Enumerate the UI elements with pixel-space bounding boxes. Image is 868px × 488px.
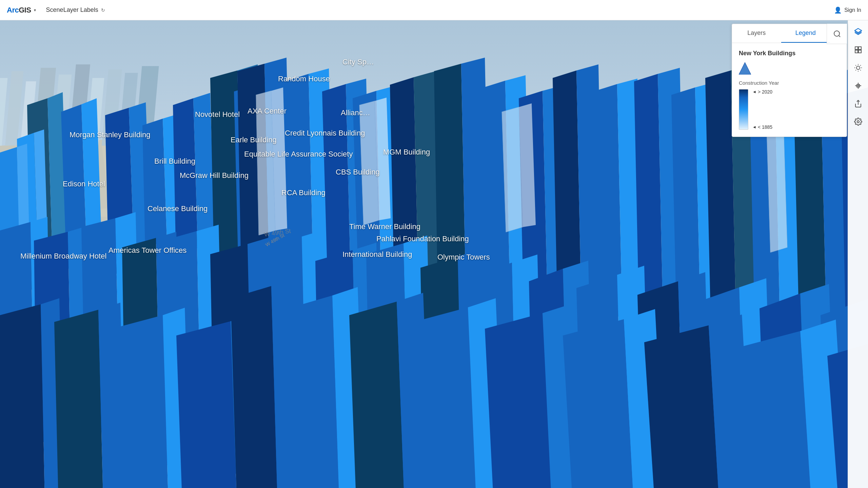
- tab-legend[interactable]: Legend: [781, 24, 830, 43]
- layer-icon: [739, 62, 751, 75]
- svg-marker-133: [349, 302, 404, 488]
- navigation-button[interactable]: [850, 78, 866, 94]
- svg-line-163: [855, 65, 856, 65]
- svg-marker-143: [732, 331, 811, 488]
- construction-year-label: Construction Year: [739, 80, 840, 86]
- svg-rect-158: [855, 50, 858, 53]
- svg-line-174: [839, 35, 840, 37]
- search-icon: [833, 30, 841, 38]
- layers-panel-button[interactable]: [850, 24, 866, 40]
- user-icon: 👤: [834, 6, 842, 14]
- svg-marker-125: [112, 315, 168, 488]
- color-ramp: [739, 89, 748, 130]
- ramp-arrow-max: ◄: [752, 89, 756, 94]
- svg-marker-131: [288, 296, 339, 488]
- svg-marker-139: [563, 319, 633, 488]
- logo-dropdown-arrow[interactable]: ▾: [34, 8, 36, 13]
- svg-marker-137: [485, 313, 551, 488]
- refresh-icon[interactable]: ↻: [101, 7, 105, 13]
- ramp-arrow-min: ◄: [752, 125, 756, 129]
- svg-rect-156: [855, 47, 858, 49]
- map-title-text: SceneLayer Labels: [46, 6, 98, 14]
- settings-button[interactable]: [850, 114, 866, 130]
- svg-marker-127: [176, 321, 237, 488]
- search-button[interactable]: [827, 24, 847, 44]
- ramp-max-text: > 2020: [758, 89, 772, 95]
- map-title: SceneLayer Labels ↻: [46, 6, 105, 14]
- svg-marker-39: [173, 98, 197, 241]
- logo-area[interactable]: ArcGIS ▾: [7, 6, 36, 15]
- svg-line-168: [860, 65, 861, 65]
- svg-marker-121: [0, 304, 45, 488]
- basemap-button[interactable]: [850, 42, 866, 58]
- sign-in-label: Sign In: [844, 7, 861, 13]
- share-button[interactable]: [850, 96, 866, 112]
- svg-marker-129: [231, 286, 277, 488]
- ramp-label-min: ◄ < 1885: [752, 124, 772, 130]
- svg-marker-175: [739, 62, 751, 75]
- svg-marker-123: [54, 310, 103, 488]
- app-header: ArcGIS ▾ SceneLayer Labels ↻ 👤 Sign In: [0, 0, 868, 20]
- panel-content: New York Buildings Construction Year ◄ >…: [732, 43, 847, 137]
- sidebar-right: [848, 20, 868, 488]
- svg-rect-157: [859, 47, 861, 49]
- svg-line-164: [860, 70, 861, 70]
- svg-line-167: [855, 70, 856, 70]
- daylight-button[interactable]: [850, 60, 866, 76]
- ramp-min-text: < 1885: [758, 124, 772, 130]
- svg-point-173: [834, 31, 840, 36]
- layer-name: New York Buildings: [739, 50, 840, 57]
- ramp-labels: ◄ > 2020 ◄ < 1885: [752, 89, 772, 130]
- svg-point-160: [856, 66, 860, 69]
- tab-layers[interactable]: Layers: [732, 24, 781, 43]
- app-logo: ArcGIS: [7, 6, 31, 15]
- svg-marker-37: [142, 119, 167, 247]
- svg-point-172: [857, 121, 859, 123]
- svg-marker-135: [414, 307, 476, 488]
- ramp-label-max: ◄ > 2020: [752, 89, 772, 95]
- svg-marker-141: [644, 325, 719, 488]
- sign-in-button[interactable]: 👤 Sign In: [834, 6, 861, 14]
- color-ramp-container: ◄ > 2020 ◄ < 1885: [739, 89, 840, 130]
- svg-rect-159: [859, 50, 861, 53]
